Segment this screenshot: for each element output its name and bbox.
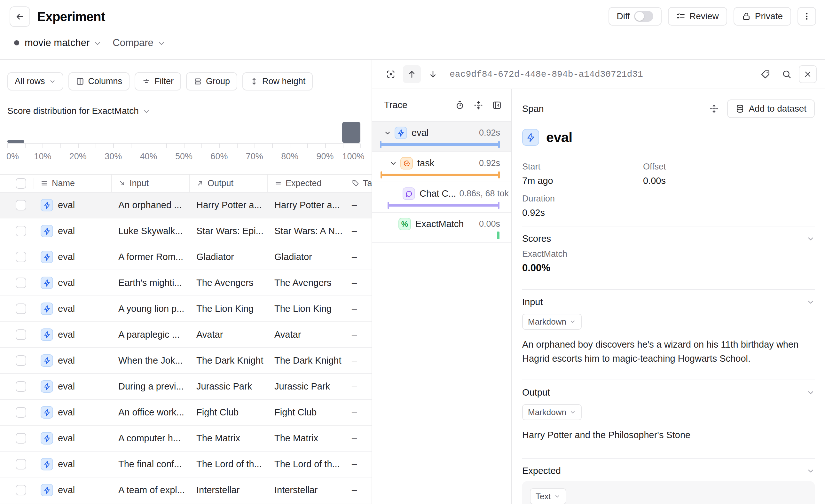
timeline-bar bbox=[380, 143, 500, 146]
table-row[interactable]: eval A paraplegic ... Avatar Avatar – bbox=[0, 322, 372, 348]
arrow-up-icon bbox=[407, 69, 417, 79]
row-output: Interstellar bbox=[190, 485, 268, 495]
row-height-button[interactable]: Row height bbox=[242, 72, 313, 90]
filter-button[interactable]: Filter bbox=[135, 72, 181, 90]
output-format-selector[interactable]: Markdown bbox=[522, 404, 582, 420]
trace-node-name: task bbox=[417, 158, 434, 168]
next-row-button[interactable] bbox=[424, 65, 442, 83]
row-name: eval bbox=[58, 330, 75, 340]
trace-tree-row[interactable]: % eval 0.92s bbox=[372, 122, 511, 152]
previous-row-button[interactable] bbox=[403, 65, 421, 83]
row-tags: – bbox=[345, 459, 372, 470]
fold-vertical-icon[interactable] bbox=[473, 100, 483, 110]
compare-selector[interactable]: Compare bbox=[112, 37, 153, 49]
table-row[interactable]: eval An orphaned ... Harry Potter a... H… bbox=[0, 193, 372, 218]
row-checkbox[interactable] bbox=[16, 252, 26, 262]
table-row[interactable]: eval When the Jok... The Dark Knight The… bbox=[0, 348, 372, 374]
diff-toggle-group[interactable]: Diff bbox=[608, 7, 662, 25]
table-row[interactable]: eval A former Rom... Gladiator Gladiator… bbox=[0, 244, 372, 270]
private-button[interactable]: Private bbox=[734, 7, 791, 25]
span-name: eval bbox=[546, 130, 573, 145]
axis-tick-label: 80% bbox=[281, 152, 298, 161]
columns-icon bbox=[76, 77, 84, 86]
row-tags: – bbox=[345, 433, 372, 444]
row-checkbox[interactable] bbox=[16, 407, 26, 418]
table-row[interactable]: eval Earth's mighti... The Avengers The … bbox=[0, 270, 372, 296]
score-distribution-selector[interactable]: Score distribution for ExactMatch bbox=[7, 106, 372, 116]
row-checkbox[interactable] bbox=[16, 303, 26, 314]
row-checkbox[interactable] bbox=[16, 459, 26, 470]
chevron-down-icon[interactable] bbox=[807, 298, 815, 306]
arrow-left-icon bbox=[15, 12, 25, 21]
column-header-input[interactable]: Input bbox=[112, 174, 190, 192]
row-tags: – bbox=[345, 407, 372, 418]
table-row[interactable]: eval The final conf... The Lord of th...… bbox=[0, 451, 372, 478]
input-format-selector[interactable]: Markdown bbox=[522, 314, 582, 330]
results-panel: All rows Columns Filter Group Row bbox=[0, 60, 372, 504]
trace-id: eac9df84-672d-448e-894b-a14d30721d31 bbox=[450, 69, 753, 79]
expand-fullscreen-button[interactable] bbox=[382, 65, 400, 83]
row-checkbox[interactable] bbox=[16, 200, 26, 210]
row-checkbox[interactable] bbox=[16, 278, 26, 288]
diff-toggle[interactable] bbox=[634, 11, 653, 22]
trace-tree-row[interactable]: % Chat C... 0.86s, 68 tok bbox=[372, 182, 511, 213]
tag-button[interactable] bbox=[757, 65, 774, 83]
review-button[interactable]: Review bbox=[668, 7, 727, 25]
table-row[interactable]: eval An office work... Fight Club Fight … bbox=[0, 400, 372, 426]
chevron-down-icon[interactable] bbox=[384, 129, 391, 137]
table-row[interactable]: eval A young lion p... The Lion King The… bbox=[0, 296, 372, 322]
input-text: An orphaned boy discovers he's a wizard … bbox=[522, 337, 815, 366]
trace-tree-row[interactable]: % ExactMatch 0.00s bbox=[372, 213, 511, 243]
output-section: Output Markdown Harry Potter and the Phi… bbox=[522, 380, 815, 453]
row-checkbox[interactable] bbox=[16, 433, 26, 444]
more-menu-button[interactable] bbox=[798, 7, 816, 25]
row-checkbox[interactable] bbox=[16, 226, 26, 236]
table-row[interactable]: eval During a previ... Jurassic Park Jur… bbox=[0, 374, 372, 400]
back-button[interactable] bbox=[10, 6, 30, 27]
arrows-up-down-icon bbox=[250, 77, 258, 86]
group-button[interactable]: Group bbox=[186, 72, 237, 90]
row-checkbox[interactable] bbox=[16, 381, 26, 392]
close-panel-button[interactable] bbox=[799, 65, 817, 83]
column-header-output[interactable]: Output bbox=[190, 174, 268, 192]
trace-detail-panel: eac9df84-672d-448e-894b-a14d30721d31 Tra… bbox=[372, 60, 825, 504]
table-row[interactable]: eval A team of expl... Interstellar Inte… bbox=[0, 478, 372, 503]
chevron-down-icon[interactable] bbox=[93, 39, 102, 48]
column-header-tags[interactable]: Tags bbox=[345, 174, 372, 192]
row-input: A computer h... bbox=[112, 433, 190, 444]
row-checkbox[interactable] bbox=[16, 485, 26, 495]
all-rows-filter-button[interactable]: All rows bbox=[7, 72, 63, 90]
column-header-name[interactable]: Name bbox=[34, 174, 112, 192]
chevron-down-icon[interactable] bbox=[807, 235, 815, 243]
chevron-down-icon bbox=[554, 493, 560, 500]
row-input: An orphaned ... bbox=[112, 200, 190, 210]
chevron-down-icon bbox=[49, 78, 56, 85]
page-title: Experiment bbox=[37, 10, 105, 24]
chevron-down-icon[interactable] bbox=[807, 467, 815, 475]
unfold-vertical-icon[interactable] bbox=[709, 104, 719, 114]
chevron-down-icon[interactable] bbox=[157, 39, 166, 48]
row-checkbox[interactable] bbox=[16, 355, 26, 366]
experiment-selector[interactable]: movie matcher bbox=[25, 37, 89, 49]
table-row[interactable]: eval A computer h... The Matrix The Matr… bbox=[0, 426, 372, 451]
column-header-expected[interactable]: Expected bbox=[268, 174, 345, 192]
toggle-knob bbox=[635, 12, 644, 21]
panel-collapse-icon[interactable] bbox=[492, 100, 502, 110]
trace-timeline bbox=[372, 232, 511, 239]
expected-format-selector[interactable]: Text bbox=[530, 488, 566, 504]
columns-button[interactable]: Columns bbox=[68, 72, 130, 90]
eval-icon bbox=[41, 225, 53, 237]
timer-icon[interactable] bbox=[455, 100, 465, 110]
table-row[interactable]: eval Luke Skywalk... Star Wars: Epi... S… bbox=[0, 218, 372, 244]
row-tags: – bbox=[345, 485, 372, 495]
select-all-checkbox[interactable] bbox=[16, 178, 26, 189]
chevron-down-icon[interactable] bbox=[389, 160, 397, 167]
row-checkbox[interactable] bbox=[16, 330, 26, 340]
chevron-down-icon[interactable] bbox=[807, 388, 815, 397]
row-input: A former Rom... bbox=[112, 252, 190, 262]
tag-icon bbox=[352, 179, 359, 187]
search-button[interactable] bbox=[778, 65, 796, 83]
trace-tree-row[interactable]: % task 0.92s bbox=[372, 152, 511, 182]
arrow-down-right-icon bbox=[118, 179, 126, 187]
add-to-dataset-button[interactable]: Add to dataset bbox=[727, 99, 815, 118]
